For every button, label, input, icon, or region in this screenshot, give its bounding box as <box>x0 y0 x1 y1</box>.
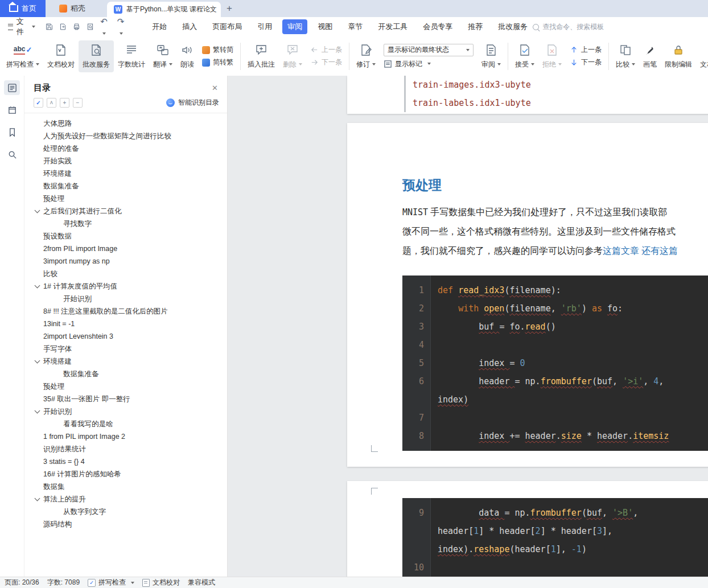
brush-button[interactable]: 画笔 <box>639 40 661 72</box>
proofread-button[interactable]: 文档校对 <box>142 578 180 587</box>
restrict-edit-button[interactable]: 限制编辑 <box>661 40 696 72</box>
menu-tab-推荐[interactable]: 推荐 <box>463 19 488 34</box>
new-tab-button[interactable]: + <box>221 0 238 17</box>
doc-permission-button[interactable]: 文档权限 <box>696 40 708 72</box>
toc-item[interactable]: 预处理 <box>24 192 227 205</box>
toc-item[interactable]: 算法上的提升 <box>24 493 227 505</box>
toc-expand-all-tool[interactable]: + <box>60 98 69 108</box>
toc-item[interactable]: 13init = -1 <box>24 318 227 330</box>
menu-tab-章节[interactable]: 章节 <box>343 19 368 34</box>
accept-button[interactable]: 接受 <box>511 40 538 72</box>
review-button[interactable]: 审阅 <box>478 40 505 72</box>
toc-item[interactable]: 3 statis = {} 4 <box>24 455 227 468</box>
hyperlink[interactable]: 还有这篇 <box>641 246 678 256</box>
toc-item[interactable]: 数据集 <box>24 480 227 493</box>
toc-item[interactable]: 开始识别 <box>24 293 227 305</box>
toc-check-tool[interactable]: ✓ <box>34 98 43 108</box>
translate-button[interactable]: 翻译 <box>149 40 176 72</box>
menu-tab-插入[interactable]: 插入 <box>177 19 202 34</box>
spell-check-button[interactable]: abc✓ 拼写检查 <box>2 40 43 72</box>
menu-tab-页面布局[interactable]: 页面布局 <box>207 19 247 34</box>
correction-service-button[interactable]: 批改服务 <box>79 40 114 72</box>
menu-tab-视图[interactable]: 视图 <box>312 19 337 34</box>
chevron-down-icon[interactable] <box>35 208 40 213</box>
toc-collapse-all-tool[interactable]: − <box>73 98 83 108</box>
toc-item[interactable]: 预设数据 <box>24 230 227 242</box>
toc-collapse-tool[interactable]: ˄ <box>47 98 56 108</box>
menu-tab-引用[interactable]: 引用 <box>252 19 277 34</box>
toc-item[interactable]: 1 from PIL import Image 2 <box>24 430 227 443</box>
toc-item[interactable]: 开始实践 <box>24 155 227 167</box>
word-count-indicator[interactable]: 字数: 7089 <box>47 578 80 587</box>
simp-to-trad-button[interactable]: 简转繁 <box>202 57 233 67</box>
toc-item[interactable]: 环境搭建 <box>24 167 227 180</box>
show-markup-button[interactable]: 显示标记 <box>384 59 474 69</box>
hyperlink[interactable]: 这篇文章 <box>603 246 639 256</box>
toc-item[interactable]: 之后我们对其进行二值化 <box>24 205 227 217</box>
menu-tab-审阅[interactable]: 审阅 <box>282 19 307 34</box>
export-icon[interactable] <box>59 22 67 31</box>
next-comment-label: 下一条 <box>322 57 342 67</box>
chevron-down-icon[interactable] <box>35 408 40 414</box>
toc-item[interactable]: 寻找数字 <box>24 217 227 230</box>
toc-item[interactable]: 源码结构 <box>24 518 227 531</box>
markup-state-select[interactable]: 显示标记的最终状态 <box>384 44 474 56</box>
docer-tab[interactable]: 稻壳 <box>46 0 99 17</box>
toc-item[interactable]: 看看我写的是啥 <box>24 418 227 430</box>
chevron-down-icon[interactable] <box>35 283 40 289</box>
chevron-down-icon[interactable] <box>35 358 40 364</box>
toc-item[interactable]: 8# !!! 注意这里截取的是二值化后的图片 <box>24 305 227 318</box>
track-changes-button[interactable]: 修订 <box>352 40 380 72</box>
document-tab[interactable]: W 基于Python...单实现 课程论文 <box>107 2 221 17</box>
toc-item[interactable]: 1# 计算灰度值的平均值 <box>24 280 227 293</box>
toc-item[interactable]: 预处理 <box>24 380 227 393</box>
toc-item[interactable]: 手写字体 <box>24 343 227 355</box>
toc-item[interactable]: 从数字到文字 <box>24 505 227 518</box>
toc-item[interactable]: 处理的准备 <box>24 142 227 155</box>
toc-item-label: 开始识别 <box>43 408 72 416</box>
home-button[interactable]: 首页 <box>0 0 46 17</box>
toc-item[interactable]: 3import numpy as np <box>24 255 227 268</box>
toc-item[interactable]: 2from PIL import Image <box>24 242 227 255</box>
chevron-down-icon[interactable] <box>35 496 40 501</box>
insert-comment-button[interactable]: 插入批注 <box>244 40 279 72</box>
bookmark-panel-button[interactable] <box>4 125 20 139</box>
outline-panel-button[interactable] <box>4 80 20 95</box>
print-preview-icon[interactable] <box>87 22 94 31</box>
menu-tab-批改服务[interactable]: 批改服务 <box>493 19 533 34</box>
notes-panel-button[interactable] <box>4 102 20 117</box>
spellcheck-toggle[interactable]: ✓ 拼写检查 <box>88 578 134 587</box>
toc-item[interactable]: 2import Levenshtein 3 <box>24 330 227 343</box>
compare-button[interactable]: 比较 <box>612 40 639 72</box>
menu-tab-开发工具[interactable]: 开发工具 <box>373 19 413 34</box>
toc-item[interactable]: 35# 取出一张图片 即一整行 <box>24 393 227 405</box>
close-icon[interactable]: ✕ <box>212 84 218 92</box>
toc-item[interactable]: 数据集准备 <box>24 368 227 380</box>
toc-item[interactable]: 环境搭建 <box>24 355 227 368</box>
word-count-button[interactable]: 字数统计 <box>114 40 149 72</box>
spellcheck-label: 拼写检查 <box>98 578 126 587</box>
menu-tab-开始[interactable]: 开始 <box>147 19 172 34</box>
chevron-down-icon <box>120 32 123 35</box>
doc-proof-button[interactable]: 文档校对 <box>43 40 79 72</box>
smart-recognize-button[interactable]: 智能识别目录 <box>166 98 219 108</box>
undo-button[interactable]: ↶ <box>100 17 110 37</box>
file-menu[interactable]: 文件 <box>0 17 42 37</box>
read-aloud-button[interactable]: 朗读 <box>176 40 198 72</box>
next-change-button[interactable]: 下一条 <box>570 57 602 67</box>
trad-to-simp-button[interactable]: 繁转简 <box>202 45 233 55</box>
prev-change-button[interactable]: 上一条 <box>570 45 602 55</box>
toc-item[interactable]: 数据集准备 <box>24 180 227 192</box>
toc-item[interactable]: 16# 计算图片的感知哈希 <box>24 468 227 480</box>
toc-item[interactable]: 比较 <box>24 268 227 280</box>
print-icon[interactable] <box>73 22 80 31</box>
toc-item[interactable]: 大体思路 <box>24 117 227 130</box>
save-icon[interactable] <box>46 22 53 31</box>
command-search[interactable]: 查找命令、搜索模板 <box>533 22 604 32</box>
find-panel-button[interactable] <box>4 147 20 162</box>
toc-item[interactable]: 识别结果统计 <box>24 443 227 455</box>
toc-item[interactable]: 人为预先设好一些数据矩阵之间进行比较 <box>24 130 227 142</box>
toc-item[interactable]: 开始识别 <box>24 405 227 418</box>
redo-button[interactable]: ↷ <box>117 17 127 37</box>
menu-tab-会员专享[interactable]: 会员专享 <box>418 19 458 34</box>
